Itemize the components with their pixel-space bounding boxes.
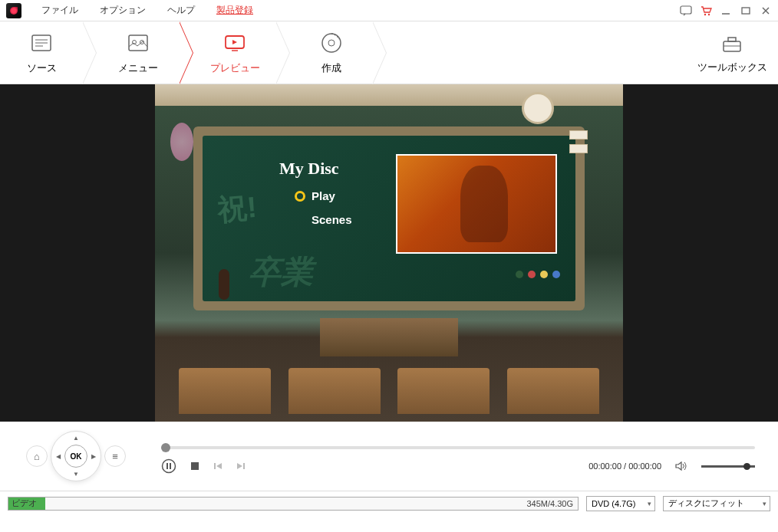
capacity-size: 345M/4.30G — [526, 499, 573, 508]
titlebar: ファイル オプション ヘルプ 製品登録 — [0, 0, 778, 21]
tab-create[interactable]: 作成 — [290, 21, 373, 84]
menu-file[interactable]: ファイル — [31, 4, 89, 17]
source-icon — [29, 31, 54, 55]
svg-rect-29 — [243, 463, 245, 469]
menu-options[interactable]: オプション — [89, 4, 157, 17]
feedback-icon[interactable] — [680, 5, 692, 17]
playback-controls: 00:00:00 / 00:00:00 — [161, 438, 755, 474]
svg-point-22 — [163, 460, 176, 473]
tab-separator — [276, 21, 290, 84]
menu-list-button[interactable]: ≡ — [104, 445, 126, 467]
seek-bar[interactable] — [161, 446, 755, 449]
tab-create-label: 作成 — [321, 61, 341, 75]
desk-decoration — [179, 368, 271, 414]
maximize-icon[interactable] — [740, 5, 752, 17]
tab-menu[interactable]: メニュー — [97, 21, 180, 84]
tab-menu-label: メニュー — [118, 61, 158, 75]
menu-tab-icon — [126, 31, 150, 55]
desk-decoration — [288, 368, 381, 414]
close-icon[interactable] — [760, 5, 772, 17]
capacity-label: ビデオ — [12, 498, 37, 509]
minimize-icon[interactable] — [720, 5, 732, 17]
toolbox-button[interactable]: ツールボックス — [686, 31, 778, 74]
dpad: ▲ ▼ ◀ ▶ OK — [51, 431, 101, 481]
tab-preview[interactable]: プレビュー — [193, 21, 276, 84]
svg-rect-0 — [681, 6, 691, 14]
disc-scenes-label: Scenes — [312, 213, 352, 226]
next-button[interactable] — [236, 461, 246, 471]
play-indicator-icon — [295, 191, 305, 202]
stop-button[interactable] — [190, 461, 199, 471]
controls-panel: ⌂ ▲ ▼ ◀ ▶ OK ≡ 00:00:00 / 00:00:00 — [0, 422, 778, 491]
svg-marker-30 — [676, 462, 681, 470]
dpad-right[interactable]: ▶ — [91, 453, 96, 460]
volume-icon[interactable] — [675, 461, 687, 471]
desk-decoration — [397, 368, 490, 414]
toolbox-icon — [720, 31, 744, 56]
bottombar: ビデオ 345M/4.30G DVD (4.7G) ディスクにフィット — [0, 491, 778, 515]
seek-thumb[interactable] — [161, 443, 170, 452]
dpad-down[interactable]: ▼ — [73, 471, 79, 478]
svg-marker-15 — [232, 40, 237, 44]
video-thumbnail — [396, 154, 557, 254]
diploma-decoration — [209, 269, 239, 307]
svg-rect-23 — [166, 463, 168, 469]
preview-icon — [223, 31, 247, 55]
cart-icon[interactable] — [700, 5, 712, 17]
pause-button[interactable] — [161, 458, 176, 474]
svg-point-2 — [708, 13, 710, 15]
tab-separator — [373, 21, 387, 84]
magnets-decoration — [516, 271, 560, 278]
svg-rect-24 — [170, 463, 171, 469]
dpad-up[interactable]: ▲ — [73, 435, 79, 442]
dvd-nav-control: ⌂ ▲ ▼ ◀ ▶ OK ≡ — [23, 429, 146, 483]
tab-separator — [180, 21, 193, 84]
flowers-decoration — [170, 123, 193, 161]
svg-rect-25 — [191, 462, 199, 470]
svg-rect-4 — [742, 8, 750, 14]
tab-preview-label: プレビュー — [210, 61, 260, 75]
dpad-left[interactable]: ◀ — [56, 453, 61, 460]
preview-area: My Disc Play Scenes — [0, 84, 778, 422]
disc-type-select[interactable]: DVD (4.7G) — [586, 496, 655, 511]
app-icon — [6, 3, 21, 18]
volume-slider[interactable] — [701, 465, 755, 468]
svg-rect-20 — [728, 38, 736, 41]
tabbar: ソース メニュー プレビュー 作成 ツールボックス — [0, 21, 778, 84]
menu-help[interactable]: ヘルプ — [157, 4, 206, 17]
capacity-bar: ビデオ 345M/4.30G — [8, 497, 579, 511]
papers-decoration — [569, 130, 600, 153]
svg-point-18 — [328, 40, 335, 46]
dpad-ok-button[interactable]: OK — [64, 445, 87, 468]
dvd-menu-preview[interactable]: My Disc Play Scenes — [155, 84, 623, 422]
svg-rect-11 — [129, 35, 147, 51]
toolbox-label: ツールボックス — [697, 61, 767, 74]
menu-register[interactable]: 製品登録 — [206, 4, 264, 17]
disc-play-label: Play — [312, 189, 335, 202]
create-icon — [319, 31, 344, 55]
time-display: 00:00:00 / 00:00:00 — [588, 461, 661, 471]
fit-select[interactable]: ディスクにフィット — [663, 496, 770, 511]
tab-source-label: ソース — [27, 61, 57, 75]
tab-source[interactable]: ソース — [0, 21, 83, 84]
home-button[interactable]: ⌂ — [26, 445, 48, 467]
prev-button[interactable] — [213, 461, 223, 471]
svg-marker-27 — [216, 463, 222, 469]
tab-separator — [83, 21, 97, 84]
svg-marker-28 — [237, 463, 242, 469]
desk-decoration — [507, 368, 599, 414]
svg-rect-26 — [214, 463, 216, 469]
clock-decoration — [522, 92, 554, 124]
svg-point-1 — [704, 13, 706, 15]
